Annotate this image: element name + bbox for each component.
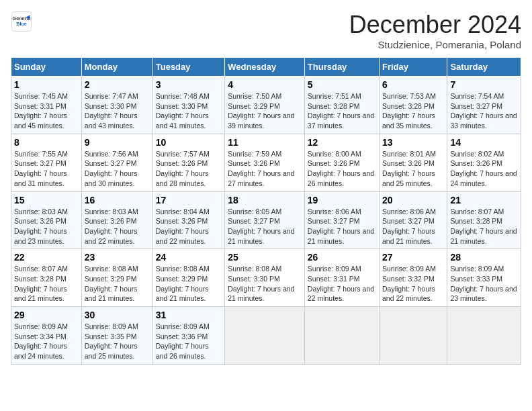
subtitle: Studzienice, Pomerania, Poland [349,39,521,50]
day-number: 12 [308,137,376,148]
day-number: 4 [228,79,302,90]
calendar-cell: 12Sunrise: 8:00 AMSunset: 3:26 PMDayligh… [304,134,379,191]
calendar-week-1: 1Sunrise: 7:45 AMSunset: 3:31 PMDaylight… [11,77,521,134]
day-info: Sunrise: 7:47 AMSunset: 3:30 PMDaylight:… [85,92,138,130]
day-info: Sunrise: 7:57 AMSunset: 3:26 PMDaylight:… [156,150,210,187]
day-info: Sunrise: 7:55 AMSunset: 3:27 PMDaylight:… [14,150,68,187]
day-info: Sunrise: 7:51 AMSunset: 3:28 PMDaylight:… [308,92,374,130]
calendar-cell: 7Sunrise: 7:54 AMSunset: 3:27 PMDaylight… [447,77,521,134]
calendar-header-row: SundayMondayTuesdayWednesdayThursdayFrid… [11,58,521,77]
calendar-cell [447,307,521,365]
day-info: Sunrise: 8:09 AMSunset: 3:31 PMDaylight:… [308,265,374,302]
calendar-table: SundayMondayTuesdayWednesdayThursdayFrid… [11,57,521,365]
calendar-cell: 3Sunrise: 7:48 AMSunset: 3:30 PMDaylight… [152,77,224,134]
day-info: Sunrise: 7:45 AMSunset: 3:31 PMDaylight:… [14,92,68,130]
day-number: 2 [85,79,150,90]
calendar-cell: 25Sunrise: 8:08 AMSunset: 3:30 PMDayligh… [225,249,305,307]
calendar-cell: 14Sunrise: 8:02 AMSunset: 3:26 PMDayligh… [447,134,521,191]
calendar-cell: 9Sunrise: 7:56 AMSunset: 3:27 PMDaylight… [81,134,152,191]
calendar-cell [380,307,447,365]
calendar-cell: 6Sunrise: 7:53 AMSunset: 3:28 PMDaylight… [380,77,447,134]
calendar-week-5: 29Sunrise: 8:09 AMSunset: 3:34 PMDayligh… [11,307,521,365]
calendar-cell: 28Sunrise: 8:09 AMSunset: 3:33 PMDayligh… [447,249,521,307]
day-info: Sunrise: 8:06 AMSunset: 3:27 PMDaylight:… [308,208,374,245]
day-number: 7 [450,79,518,90]
calendar-body: 1Sunrise: 7:45 AMSunset: 3:31 PMDaylight… [11,77,521,365]
day-number: 20 [382,195,444,205]
logo: General Blue [11,11,32,32]
day-number: 26 [308,252,376,263]
header: General Blue December 2024 Studzienice, … [11,11,521,50]
day-info: Sunrise: 8:05 AMSunset: 3:27 PMDaylight:… [228,208,294,245]
day-info: Sunrise: 8:03 AMSunset: 3:26 PMDaylight:… [85,208,138,245]
day-info: Sunrise: 7:53 AMSunset: 3:28 PMDaylight:… [382,92,436,130]
day-number: 28 [450,252,518,263]
calendar-week-4: 22Sunrise: 8:07 AMSunset: 3:28 PMDayligh… [11,249,521,307]
col-header-thursday: Thursday [304,58,379,77]
day-number: 14 [450,137,518,148]
calendar-cell: 11Sunrise: 7:59 AMSunset: 3:26 PMDayligh… [225,134,305,191]
title-area: December 2024 Studzienice, Pomerania, Po… [349,11,521,50]
calendar-cell [225,307,305,365]
calendar-cell: 18Sunrise: 8:05 AMSunset: 3:27 PMDayligh… [225,191,305,249]
day-info: Sunrise: 7:56 AMSunset: 3:27 PMDaylight:… [85,150,138,187]
day-number: 5 [308,79,376,90]
calendar-cell: 8Sunrise: 7:55 AMSunset: 3:27 PMDaylight… [11,134,82,191]
day-info: Sunrise: 7:54 AMSunset: 3:27 PMDaylight:… [450,92,517,130]
col-header-friday: Friday [380,58,447,77]
day-number: 30 [85,310,150,320]
day-number: 16 [85,195,150,205]
calendar-week-2: 8Sunrise: 7:55 AMSunset: 3:27 PMDaylight… [11,134,521,191]
calendar-cell: 31Sunrise: 8:09 AMSunset: 3:36 PMDayligh… [152,307,224,365]
day-info: Sunrise: 8:02 AMSunset: 3:26 PMDaylight:… [450,150,517,187]
day-info: Sunrise: 8:04 AMSunset: 3:26 PMDaylight:… [156,208,210,245]
calendar-cell: 20Sunrise: 8:06 AMSunset: 3:27 PMDayligh… [380,191,447,249]
col-header-sunday: Sunday [11,58,82,77]
day-info: Sunrise: 8:09 AMSunset: 3:32 PMDaylight:… [382,265,436,302]
day-info: Sunrise: 8:09 AMSunset: 3:36 PMDaylight:… [156,322,210,360]
day-number: 17 [156,195,222,205]
day-number: 15 [14,195,79,205]
day-info: Sunrise: 8:06 AMSunset: 3:27 PMDaylight:… [382,208,436,245]
day-info: Sunrise: 8:09 AMSunset: 3:34 PMDaylight:… [14,322,68,360]
calendar-cell: 16Sunrise: 8:03 AMSunset: 3:26 PMDayligh… [81,191,152,249]
day-number: 19 [308,195,376,205]
day-info: Sunrise: 8:03 AMSunset: 3:26 PMDaylight:… [14,208,68,245]
day-number: 6 [382,79,444,90]
calendar-cell: 26Sunrise: 8:09 AMSunset: 3:31 PMDayligh… [304,249,379,307]
day-info: Sunrise: 7:59 AMSunset: 3:26 PMDaylight:… [228,150,294,187]
calendar-cell: 24Sunrise: 8:08 AMSunset: 3:29 PMDayligh… [152,249,224,307]
day-number: 18 [228,195,302,205]
day-number: 8 [14,137,79,148]
day-number: 11 [228,137,302,148]
calendar-cell [304,307,379,365]
day-info: Sunrise: 7:50 AMSunset: 3:29 PMDaylight:… [228,92,294,130]
day-number: 1 [14,79,79,90]
calendar-cell: 13Sunrise: 8:01 AMSunset: 3:26 PMDayligh… [380,134,447,191]
col-header-saturday: Saturday [447,58,521,77]
col-header-monday: Monday [81,58,152,77]
calendar-cell: 23Sunrise: 8:08 AMSunset: 3:29 PMDayligh… [81,249,152,307]
calendar-cell: 5Sunrise: 7:51 AMSunset: 3:28 PMDaylight… [304,77,379,134]
calendar-cell: 22Sunrise: 8:07 AMSunset: 3:28 PMDayligh… [11,249,82,307]
calendar-cell: 17Sunrise: 8:04 AMSunset: 3:26 PMDayligh… [152,191,224,249]
day-info: Sunrise: 8:00 AMSunset: 3:26 PMDaylight:… [308,150,374,187]
col-header-wednesday: Wednesday [225,58,305,77]
day-number: 9 [85,137,150,148]
day-number: 29 [14,310,79,320]
calendar-cell: 15Sunrise: 8:03 AMSunset: 3:26 PMDayligh… [11,191,82,249]
day-number: 24 [156,252,222,263]
calendar-cell: 19Sunrise: 8:06 AMSunset: 3:27 PMDayligh… [304,191,379,249]
day-info: Sunrise: 8:08 AMSunset: 3:30 PMDaylight:… [228,265,294,302]
day-number: 31 [156,310,222,320]
day-number: 27 [382,252,444,263]
calendar-cell: 2Sunrise: 7:47 AMSunset: 3:30 PMDaylight… [81,77,152,134]
calendar-cell: 30Sunrise: 8:09 AMSunset: 3:35 PMDayligh… [81,307,152,365]
day-info: Sunrise: 7:48 AMSunset: 3:30 PMDaylight:… [156,92,210,130]
calendar-cell: 21Sunrise: 8:07 AMSunset: 3:28 PMDayligh… [447,191,521,249]
day-number: 25 [228,252,302,263]
day-info: Sunrise: 8:01 AMSunset: 3:26 PMDaylight:… [382,150,436,187]
day-info: Sunrise: 8:09 AMSunset: 3:33 PMDaylight:… [450,265,517,302]
calendar-cell: 29Sunrise: 8:09 AMSunset: 3:34 PMDayligh… [11,307,82,365]
calendar-cell: 10Sunrise: 7:57 AMSunset: 3:26 PMDayligh… [152,134,224,191]
